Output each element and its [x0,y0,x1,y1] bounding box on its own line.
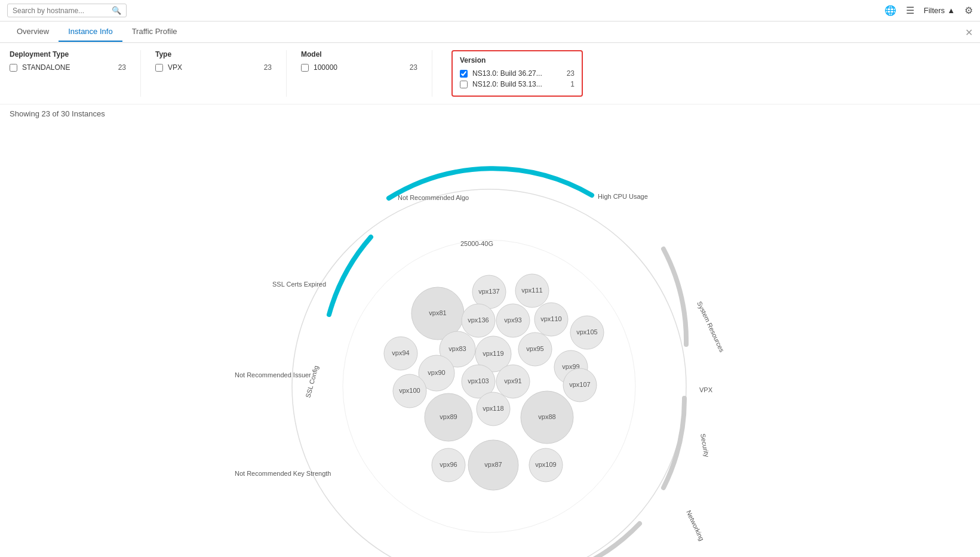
type-title: Type [155,50,272,59]
bubble-label-vpx87: vpx87 [484,460,502,467]
filter-deployment-type: Deployment Type STANDALONE 23 [10,50,141,97]
menu-icon[interactable]: ☰ [906,5,914,16]
bubble-label-vpx91: vpx91 [504,377,521,384]
bubble-label-vpx136: vpx136 [468,316,489,323]
ns12-count: 1 [570,80,575,88]
not-recommended-algo-label: Not Recommended Algo [398,194,469,201]
model-100000-label: 100000 [314,63,337,72]
networking-label: Networking [685,509,705,541]
bubble-label-vpx111: vpx111 [521,286,542,293]
vpx-count: 23 [264,63,272,72]
standalone-checkbox[interactable] [10,64,17,72]
bubble-label-vpx81: vpx81 [429,309,446,316]
bubble-label-vpx88: vpx88 [538,413,555,420]
tab-traffic-profile[interactable]: Traffic Profile [122,22,187,42]
standalone-label: STANDALONE [22,63,70,72]
security-label: Security [699,433,711,458]
search-box[interactable]: 🔍 [7,4,127,17]
chart-area: Not Recommended Algo High CPU Usage Syst… [0,123,980,557]
filter-item-standalone: STANDALONE 23 [10,63,126,72]
bubble-label-vpx110: vpx110 [540,315,561,322]
bubble-label-vpx105: vpx105 [576,328,597,335]
bubble-label-vpx94: vpx94 [392,349,409,356]
bubble-label-vpx90: vpx90 [428,368,445,376]
filters-label: Filters [924,6,945,15]
bubble-label-vpx95: vpx95 [526,344,543,352]
tab-instance-info[interactable]: Instance Info [59,22,122,42]
not-recommended-issuer-label: Not Recommended Issuer [235,371,311,378]
filter-model: Model 100000 23 [301,50,432,97]
bubble-label-vpx107: vpx107 [569,380,590,387]
model-100000-checkbox[interactable] [301,64,309,72]
model-range-label: 25000-40G [460,240,493,247]
bubble-label-vpx137: vpx137 [478,287,499,294]
bubble-label-vpx119: vpx119 [483,349,503,356]
bubble-label-vpx109: vpx109 [535,460,556,467]
filter-item-100000: 100000 23 [301,63,417,72]
search-icon: 🔍 [112,6,121,15]
search-input[interactable] [13,7,108,15]
bubble-label-vpx103: vpx103 [468,377,489,384]
vpx-checkbox[interactable] [155,64,163,72]
bubble-label-vpx100: vpx100 [399,386,420,393]
ns13-checkbox[interactable] [460,70,468,78]
ns12-checkbox[interactable] [460,81,468,88]
filter-item-vpx: VPX 23 [155,63,272,72]
bubble-chart: Not Recommended Algo High CPU Usage Syst… [162,130,819,558]
tab-overview[interactable]: Overview [7,22,59,42]
settings-icon[interactable]: ⚙ [964,5,973,16]
ns12-label: NS12.0: Build 53.13... [472,80,542,88]
filter-item-ns13: NS13.0: Build 36.27... 23 [460,69,575,78]
deployment-type-title: Deployment Type [10,50,126,59]
bubble-label-vpx118: vpx118 [483,404,503,411]
header: 🔍 🌐 ☰ Filters ▲ ⚙ [0,0,980,21]
bubble-label-vpx96: vpx96 [440,460,457,467]
filters-button[interactable]: Filters ▲ [924,6,955,15]
instances-count-label: Showing 23 of 30 Instances [0,104,980,123]
high-cpu-usage-label: High CPU Usage [598,193,648,200]
ns13-label: NS13.0: Build 36.27... [472,69,542,78]
filter-section: Deployment Type STANDALONE 23 Type VPX 2… [0,43,980,104]
close-button[interactable]: ✕ [965,26,973,38]
ns13-count: 23 [567,69,575,78]
filters-arrow-icon: ▲ [947,6,955,15]
bubble-label-vpx89: vpx89 [440,413,457,420]
tabs-bar: Overview Instance Info Traffic Profile ✕ [0,21,980,43]
globe-icon[interactable]: 🌐 [884,5,896,16]
system-resources-label: System Resources [696,300,726,353]
header-right: 🌐 ☰ Filters ▲ ⚙ [884,5,973,16]
bubble-label-vpx93: vpx93 [504,316,521,323]
filter-type: Type VPX 23 [155,50,287,97]
model-title: Model [301,50,417,59]
filter-version: Version NS13.0: Build 36.27... 23 NS12.0… [451,50,583,97]
ssl-certs-expired-label: SSL Certs Expired [272,281,326,288]
vpx-outer-label: VPX [699,386,713,393]
standalone-count: 23 [118,63,126,72]
model-100000-count: 23 [410,63,417,72]
vpx-label: VPX [168,63,182,72]
bubble-label-vpx83: vpx83 [448,344,466,352]
ssl-config-label: SSL Config [304,365,320,398]
version-title: Version [460,56,575,64]
filter-item-ns12: NS12.0: Build 53.13... 1 [460,80,575,88]
not-recommended-key-strength-label: Not Recommended Key Strength [235,470,331,477]
